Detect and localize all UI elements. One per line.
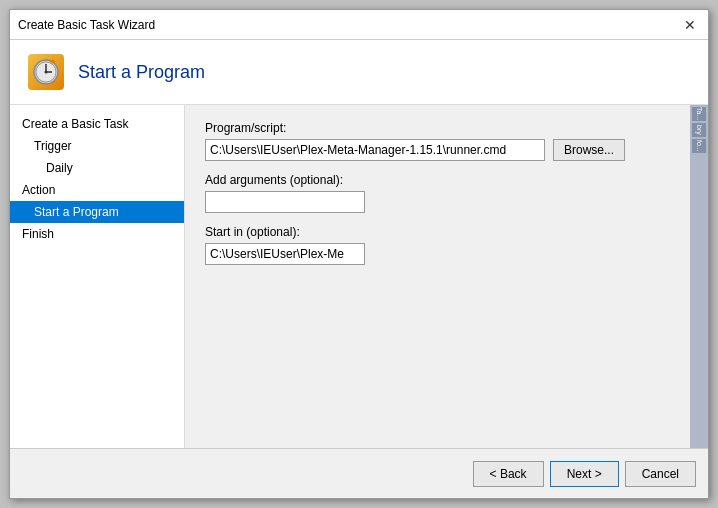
back-button[interactable]: < Back [473, 461, 544, 487]
svg-point-4 [45, 71, 48, 74]
program-icon [28, 54, 64, 90]
strip-item-3: fo... [692, 139, 706, 153]
arguments-row: Add arguments (optional): [205, 173, 670, 213]
arguments-input[interactable] [205, 191, 365, 213]
task-icon-svg [31, 57, 61, 87]
arguments-label: Add arguments (optional): [205, 173, 670, 187]
cancel-button[interactable]: Cancel [625, 461, 696, 487]
right-strip: Ta... bry fo... [690, 105, 708, 448]
dialog-footer: < Back Next > Cancel [10, 448, 708, 498]
dialog-body: Create a Basic Task Trigger Daily Action… [10, 105, 708, 448]
sidebar-item-start-program[interactable]: Start a Program [10, 201, 184, 223]
dialog-window: Create Basic Task Wizard ✕ Start a Progr… [9, 9, 709, 499]
title-bar: Create Basic Task Wizard ✕ [10, 10, 708, 40]
start-in-input-row [205, 243, 670, 265]
dialog-title: Create Basic Task Wizard [18, 18, 155, 32]
sidebar-item-trigger: Trigger [10, 135, 184, 157]
header-icon-container [26, 52, 66, 92]
close-button[interactable]: ✕ [680, 15, 700, 35]
sidebar-item-finish: Finish [10, 223, 184, 245]
program-script-input[interactable] [205, 139, 545, 161]
sidebar-item-daily: Daily [10, 157, 184, 179]
sidebar-item-action: Action [10, 179, 184, 201]
arguments-input-row [205, 191, 670, 213]
program-script-input-row: Browse... [205, 139, 670, 161]
browse-button[interactable]: Browse... [553, 139, 625, 161]
dialog-header: Start a Program [10, 40, 708, 105]
next-button[interactable]: Next > [550, 461, 619, 487]
start-in-input[interactable] [205, 243, 365, 265]
strip-item-1: Ta... [692, 107, 706, 121]
main-content: Program/script: Browse... Add arguments … [185, 105, 690, 448]
header-title: Start a Program [78, 62, 205, 83]
start-in-label: Start in (optional): [205, 225, 670, 239]
start-in-row: Start in (optional): [205, 225, 670, 265]
sidebar-item-create-basic-task: Create a Basic Task [10, 113, 184, 135]
strip-item-2: bry [692, 123, 706, 137]
program-script-row: Program/script: Browse... [205, 121, 670, 161]
sidebar: Create a Basic Task Trigger Daily Action… [10, 105, 185, 448]
program-script-label: Program/script: [205, 121, 670, 135]
